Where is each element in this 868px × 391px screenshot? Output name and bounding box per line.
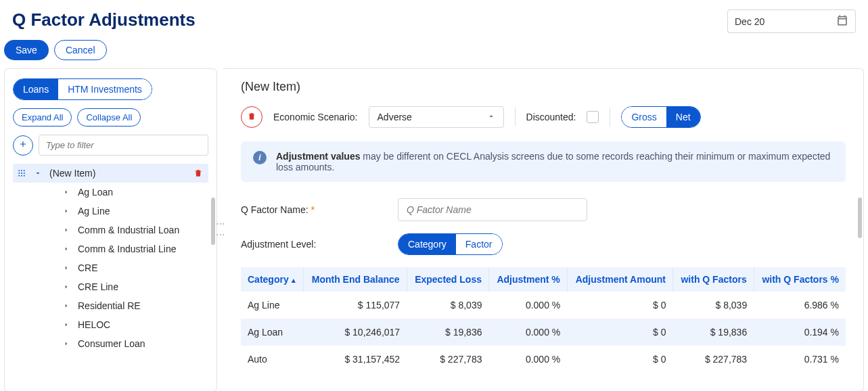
adjustment-level-label: Adjustment Level: bbox=[241, 239, 390, 250]
save-button[interactable]: Save bbox=[4, 40, 49, 60]
chevron-right-icon[interactable] bbox=[62, 206, 71, 216]
adjustment-table: Category▴ Month End Balance Expected Los… bbox=[241, 267, 846, 373]
chevron-right-icon[interactable] bbox=[62, 282, 71, 292]
svg-point-6 bbox=[18, 175, 20, 177]
add-button[interactable] bbox=[13, 135, 33, 156]
type-segmented-control: Loans HTM Investments bbox=[13, 78, 152, 100]
expand-all-button[interactable]: Expand All bbox=[13, 108, 72, 127]
gross-net-toggle: Gross Net bbox=[621, 106, 700, 128]
page-title: Q Factor Adjustments bbox=[12, 9, 196, 30]
chevron-down-icon bbox=[487, 112, 495, 122]
scenario-value: Adverse bbox=[378, 112, 412, 122]
calendar-icon bbox=[836, 14, 848, 28]
chevron-right-icon[interactable] bbox=[62, 225, 71, 235]
plus-icon bbox=[18, 139, 28, 151]
tree-item-label: Consumer Loan bbox=[78, 338, 204, 349]
tree-filter-input[interactable] bbox=[39, 135, 208, 156]
right-scrollbar[interactable] bbox=[858, 198, 862, 238]
table-row[interactable]: Auto $ 31,157,452 $ 227,783 0.000 % $ 0 … bbox=[241, 346, 846, 373]
svg-point-3 bbox=[18, 172, 20, 174]
chevron-down-icon[interactable] bbox=[33, 168, 43, 178]
tree-item-label: Comm & Industrial Loan bbox=[78, 225, 204, 235]
discounted-label: Discounted: bbox=[526, 112, 576, 122]
col-balance[interactable]: Month End Balance bbox=[303, 267, 407, 292]
tree-item[interactable]: Ag Loan bbox=[13, 183, 208, 202]
level-category-button[interactable]: Category bbox=[398, 234, 456, 254]
svg-point-8 bbox=[24, 175, 25, 177]
chevron-right-icon[interactable] bbox=[62, 263, 71, 273]
col-with-qfactors[interactable]: with Q Factors bbox=[672, 267, 754, 292]
cancel-button[interactable]: Cancel bbox=[54, 40, 107, 60]
adjustment-level-toggle: Category Factor bbox=[398, 233, 503, 255]
tree-item[interactable]: Comm & Industrial Loan bbox=[13, 221, 208, 239]
col-adjustment-amount[interactable]: Adjustment Amount bbox=[567, 267, 672, 292]
col-expected-loss[interactable]: Expected Loss bbox=[407, 267, 488, 292]
date-picker[interactable]: Dec 20 bbox=[727, 9, 856, 33]
divider bbox=[515, 108, 516, 127]
svg-point-5 bbox=[24, 172, 25, 174]
drag-handle-icon[interactable] bbox=[17, 169, 26, 177]
left-panel: Loans HTM Investments Expand All Collaps… bbox=[4, 68, 217, 391]
info-banner: i Adjustment values may be different on … bbox=[241, 141, 846, 182]
tree-item-label: CRE bbox=[78, 262, 204, 273]
tree: (New Item) Ag Loan Ag Line Comm & Indust… bbox=[13, 164, 208, 353]
tree-item-label: HELOC bbox=[78, 319, 204, 330]
chevron-right-icon[interactable] bbox=[62, 244, 71, 254]
tree-item[interactable]: Consumer Loan bbox=[13, 334, 208, 353]
scenario-select[interactable]: Adverse bbox=[369, 106, 504, 128]
date-text: Dec 20 bbox=[735, 16, 764, 27]
tree-root-label: (New Item) bbox=[49, 168, 185, 179]
tree-item-label: CRE Line bbox=[78, 281, 204, 292]
tree-item-label: Ag Loan bbox=[78, 187, 204, 198]
scenario-label: Economic Scenario: bbox=[273, 112, 358, 122]
col-category[interactable]: Category▴ bbox=[241, 267, 303, 292]
col-with-qfactors-pct[interactable]: with Q Factors % bbox=[754, 267, 846, 292]
col-adjustment-pct[interactable]: Adjustment % bbox=[488, 267, 567, 292]
chevron-right-icon[interactable] bbox=[62, 301, 71, 310]
level-factor-button[interactable]: Factor bbox=[456, 234, 502, 254]
trash-icon bbox=[247, 112, 256, 123]
divider bbox=[610, 108, 610, 127]
svg-point-2 bbox=[24, 170, 25, 171]
right-panel: (New Item) Economic Scenario: Adverse Di… bbox=[223, 68, 864, 391]
svg-point-0 bbox=[18, 170, 20, 171]
required-marker: * bbox=[311, 204, 315, 215]
sort-asc-icon: ▴ bbox=[292, 276, 296, 284]
tree-item[interactable]: CRE bbox=[13, 258, 208, 277]
collapse-all-button[interactable]: Collapse All bbox=[77, 108, 141, 127]
tree-item-label: Ag Line bbox=[78, 206, 204, 216]
tree-item[interactable]: HELOC bbox=[13, 315, 208, 334]
qfactor-name-input[interactable] bbox=[398, 198, 587, 221]
chevron-right-icon[interactable] bbox=[62, 320, 71, 329]
tree-item[interactable]: Ag Line bbox=[13, 202, 208, 221]
tree-item[interactable]: Comm & Industrial Line bbox=[13, 239, 208, 258]
svg-point-1 bbox=[21, 170, 22, 171]
svg-point-7 bbox=[21, 175, 22, 177]
tab-loans[interactable]: Loans bbox=[14, 79, 58, 99]
tree-item-label: Residential RE bbox=[78, 300, 204, 311]
gross-button[interactable]: Gross bbox=[622, 107, 666, 127]
svg-point-4 bbox=[21, 172, 22, 174]
tree-item[interactable]: CRE Line bbox=[13, 277, 208, 296]
tree-item[interactable]: Residential RE bbox=[13, 296, 208, 315]
delete-item-button[interactable] bbox=[241, 106, 262, 128]
chevron-right-icon[interactable] bbox=[62, 339, 71, 348]
table-row[interactable]: Ag Loan $ 10,246,017 $ 19,836 0.000 % $ … bbox=[241, 319, 846, 346]
tree-root[interactable]: (New Item) bbox=[13, 164, 208, 183]
detail-title: (New Item) bbox=[241, 80, 846, 94]
qfactor-name-label: Q Factor Name:* bbox=[241, 204, 390, 215]
table-row[interactable]: Ag Line $ 115,077 $ 8,039 0.000 % $ 0 $ … bbox=[241, 292, 846, 319]
delete-tree-item-button[interactable] bbox=[192, 168, 204, 178]
tab-htm-investments[interactable]: HTM Investments bbox=[58, 79, 152, 99]
info-text: Adjustment values may be different on CE… bbox=[276, 151, 833, 172]
info-icon: i bbox=[253, 151, 267, 164]
net-button[interactable]: Net bbox=[666, 107, 700, 127]
chevron-right-icon[interactable] bbox=[62, 187, 71, 197]
discounted-checkbox[interactable] bbox=[587, 111, 599, 123]
tree-item-label: Comm & Industrial Line bbox=[78, 244, 204, 254]
